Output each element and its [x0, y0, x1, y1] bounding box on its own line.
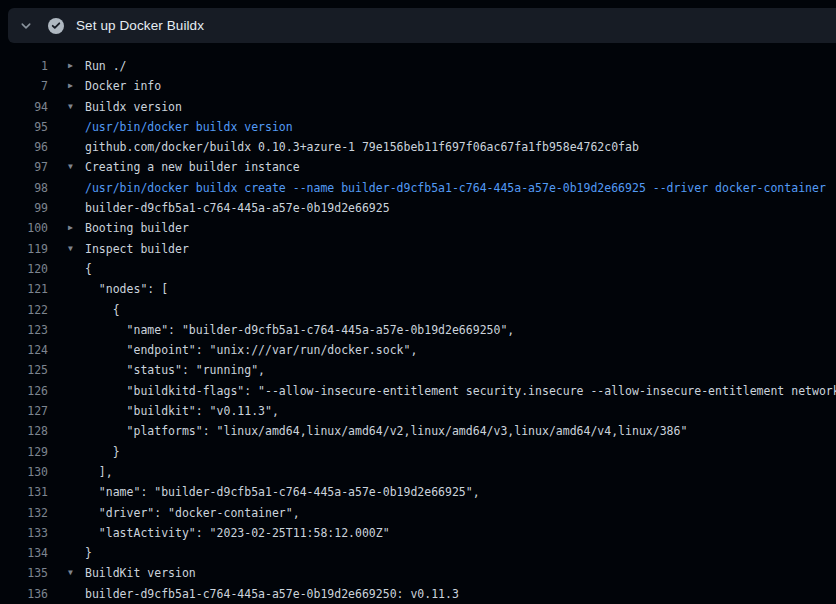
triangle-right-icon: ▶: [68, 56, 85, 76]
gutter: [48, 401, 68, 421]
caret-placeholder: [68, 543, 85, 563]
caret-placeholder: [68, 503, 85, 523]
gutter: [48, 239, 68, 259]
gutter: [48, 320, 68, 340]
log-text: {: [85, 300, 120, 320]
log-text: "buildkitd-flags": "--allow-insecure-ent…: [85, 381, 836, 401]
log-text: Buildx version: [85, 97, 182, 117]
line-number[interactable]: 131: [0, 482, 48, 502]
log-text: }: [85, 543, 92, 563]
log-text: ],: [85, 462, 113, 482]
log-text: {: [85, 259, 92, 279]
check-circle-icon: [48, 18, 64, 34]
gutter: [48, 178, 68, 198]
log-text: "platforms": "linux/amd64,linux/amd64/v2…: [85, 421, 687, 441]
log-text: github.com/docker/buildx 0.10.3+azure-1 …: [85, 137, 639, 157]
line-number[interactable]: 130: [0, 462, 48, 482]
log-line: 134 }: [0, 543, 836, 563]
line-number[interactable]: 123: [0, 320, 48, 340]
line-number[interactable]: 121: [0, 279, 48, 299]
caret-placeholder: [68, 279, 85, 299]
log-line[interactable]: 97 ▼ Creating a new builder instance: [0, 157, 836, 177]
log-text: "driver": "docker-container",: [85, 503, 300, 523]
log-line: 123 "name": "builder-d9cfb5a1-c764-445a-…: [0, 320, 836, 340]
triangle-right-icon: ▶: [68, 218, 85, 238]
line-number[interactable]: 99: [0, 198, 48, 218]
log-line: 128 "platforms": "linux/amd64,linux/amd6…: [0, 421, 836, 441]
gutter: [48, 381, 68, 401]
caret-placeholder: [68, 523, 85, 543]
line-number[interactable]: 7: [0, 76, 48, 96]
log-line: 95 /usr/bin/docker buildx version: [0, 117, 836, 137]
log-line: 131 "name": "builder-d9cfb5a1-c764-445a-…: [0, 482, 836, 502]
log-line[interactable]: 1 ▶ Run ./: [0, 56, 836, 76]
line-number[interactable]: 120: [0, 259, 48, 279]
caret-placeholder: [68, 137, 85, 157]
caret-placeholder: [68, 482, 85, 502]
line-number[interactable]: 124: [0, 340, 48, 360]
caret-placeholder: [68, 381, 85, 401]
log-line: 124 "endpoint": "unix:///var/run/docker.…: [0, 340, 836, 360]
log-line: 126 "buildkitd-flags": "--allow-insecure…: [0, 381, 836, 401]
line-number[interactable]: 135: [0, 563, 48, 583]
log-text: "buildkit": "v0.11.3",: [85, 401, 279, 421]
gutter: [48, 76, 68, 96]
log-text: "status": "running",: [85, 360, 265, 380]
log-text: "lastActivity": "2023-02-25T11:58:12.000…: [85, 523, 390, 543]
log-text: }: [85, 442, 120, 462]
gutter: [48, 421, 68, 441]
log-line[interactable]: 94 ▼ Buildx version: [0, 97, 836, 117]
gutter: [48, 300, 68, 320]
caret-placeholder: [68, 442, 85, 462]
log-line[interactable]: 119 ▼ Inspect builder: [0, 239, 836, 259]
line-number[interactable]: 133: [0, 523, 48, 543]
gutter: [48, 218, 68, 238]
gutter: [48, 56, 68, 76]
log-line: 125 "status": "running",: [0, 360, 836, 380]
line-number[interactable]: 129: [0, 442, 48, 462]
line-number[interactable]: 97: [0, 157, 48, 177]
gutter: [48, 97, 68, 117]
line-number[interactable]: 96: [0, 137, 48, 157]
line-number[interactable]: 100: [0, 218, 48, 238]
gutter: [48, 563, 68, 583]
log-line: 120 {: [0, 259, 836, 279]
log-area: 1 ▶ Run ./ 7 ▶ Docker info 94 ▼ Buildx v…: [0, 56, 836, 604]
log-line: 130 ],: [0, 462, 836, 482]
line-number[interactable]: 136: [0, 584, 48, 604]
log-line: 98 /usr/bin/docker buildx create --name …: [0, 178, 836, 198]
line-number[interactable]: 125: [0, 360, 48, 380]
log-text: Inspect builder: [85, 239, 189, 259]
log-line: 132 "driver": "docker-container",: [0, 503, 836, 523]
gutter: [48, 157, 68, 177]
triangle-down-icon: ▼: [68, 97, 85, 117]
log-line[interactable]: 135 ▼ BuildKit version: [0, 563, 836, 583]
line-number[interactable]: 132: [0, 503, 48, 523]
caret-placeholder: [68, 259, 85, 279]
log-line: 129 }: [0, 442, 836, 462]
log-line: 122 {: [0, 300, 836, 320]
caret-placeholder: [68, 320, 85, 340]
log-line[interactable]: 100 ▶ Booting builder: [0, 218, 836, 238]
gutter: [48, 198, 68, 218]
step-header-toggle[interactable]: Set up Docker Buildx: [8, 8, 836, 43]
log-line: 133 "lastActivity": "2023-02-25T11:58:12…: [0, 523, 836, 543]
line-number[interactable]: 126: [0, 381, 48, 401]
caret-placeholder: [68, 340, 85, 360]
caret-placeholder: [68, 360, 85, 380]
line-number[interactable]: 95: [0, 117, 48, 137]
caret-placeholder: [68, 462, 85, 482]
line-number[interactable]: 1: [0, 56, 48, 76]
line-number[interactable]: 122: [0, 300, 48, 320]
caret-placeholder: [68, 198, 85, 218]
gutter: [48, 117, 68, 137]
caret-placeholder: [68, 178, 85, 198]
line-number[interactable]: 127: [0, 401, 48, 421]
line-number[interactable]: 94: [0, 97, 48, 117]
line-number[interactable]: 119: [0, 239, 48, 259]
line-number[interactable]: 98: [0, 178, 48, 198]
log-line: 96 github.com/docker/buildx 0.10.3+azure…: [0, 137, 836, 157]
log-line[interactable]: 7 ▶ Docker info: [0, 76, 836, 96]
line-number[interactable]: 134: [0, 543, 48, 563]
line-number[interactable]: 128: [0, 421, 48, 441]
